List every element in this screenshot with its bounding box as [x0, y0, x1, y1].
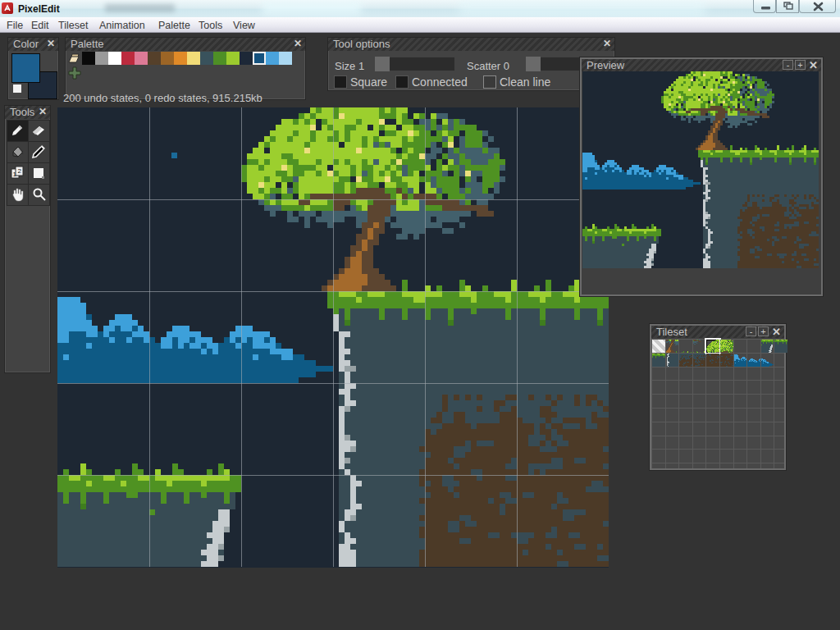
- svg-text:2: 2: [18, 167, 22, 175]
- svg-text:1: 1: [13, 171, 17, 178]
